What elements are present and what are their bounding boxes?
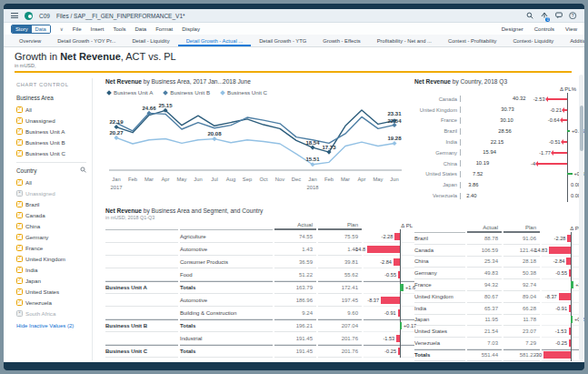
hamburger-menu-icon[interactable] xyxy=(11,13,18,18)
filter-checkbox-item[interactable]: ✓Canada xyxy=(16,209,86,220)
table-row[interactable]: Automotive1.431.40-14.8 xyxy=(105,243,407,256)
toggle-story[interactable]: Story xyxy=(12,25,32,33)
table-right-tile: ActualPlanΔ PLBrazil88.7891.06-2.28Canad… xyxy=(411,207,584,361)
search-icon[interactable] xyxy=(80,167,86,174)
tab-item[interactable]: Detail Growth - YTG xyxy=(251,35,314,46)
filter-checkbox-item[interactable]: ✓Business Unit C xyxy=(16,147,86,158)
menu-item[interactable]: Format xyxy=(155,26,173,32)
table-row[interactable]: Canada106.59121.41-14.83 xyxy=(414,245,584,257)
table-row[interactable]: Totals551.44581.22-30 xyxy=(414,349,584,361)
bar-row[interactable]: United Kingdom30.73-0.21 xyxy=(414,105,584,116)
tab-item[interactable]: Overview xyxy=(11,35,49,46)
tab-item[interactable]: Context - Profitability xyxy=(440,35,504,46)
filter-checkbox-item[interactable]: ✓United States xyxy=(16,286,86,297)
table-row[interactable]: Venezuela7.037.29-0.25 xyxy=(414,338,584,349)
filter-checkbox-item[interactable]: ✓All xyxy=(16,177,86,187)
comments-icon[interactable] xyxy=(554,12,563,20)
chevron-down-icon[interactable]: ∨ xyxy=(60,26,64,32)
tab-item[interactable]: Profitability - Net and ... xyxy=(369,35,440,46)
line-chart[interactable]: 22.1925.1518.5417.7323.3124.6622.5420.27… xyxy=(105,97,407,196)
bar-row[interactable]: Germany15.94-1.77 xyxy=(414,147,584,158)
filter-checkbox-item[interactable]: ✓All xyxy=(16,104,86,115)
filter-checkbox-item[interactable]: ✓United Kingdom xyxy=(16,253,86,264)
table-row[interactable]: Agriculture74.5575.59-2.28 xyxy=(105,230,407,243)
table-row[interactable]: Germany49.8350.38-0.55 xyxy=(414,268,584,279)
menu-item[interactable]: Insert xyxy=(90,26,104,32)
delta-bar xyxy=(571,316,573,323)
bar-row[interactable]: Canada40.32-2.53 xyxy=(414,94,584,105)
legend-item[interactable]: Business Unit B xyxy=(164,89,210,96)
tab-item[interactable]: Detail Growth - YOY Pr... xyxy=(49,35,124,46)
right-action-item[interactable]: Controls xyxy=(534,26,554,32)
table-row[interactable]: Food51.2255.62-0.55 xyxy=(105,268,407,281)
tab-item[interactable]: Addition- DPO xyxy=(562,35,588,46)
table-row[interactable]: Consumer Products36.5939.81-2.84 xyxy=(105,256,407,268)
svg-text:Nov: Nov xyxy=(275,177,284,182)
table-row[interactable]: India65.3766.28-0.91 xyxy=(414,303,584,315)
filter-checkbox-item[interactable]: •Unassigned xyxy=(16,187,86,198)
legend-item[interactable]: Business Unit A xyxy=(107,89,153,96)
tab-item[interactable]: Context- Liquidity xyxy=(504,35,562,46)
filter-checkbox-item[interactable]: ✓Venezuela xyxy=(16,297,86,308)
group-cell: Business Unit C xyxy=(105,345,178,358)
bar-row[interactable]: Venezuela2.400.00 xyxy=(414,190,584,201)
table-row[interactable]: France94.3292.74+2 xyxy=(414,279,584,291)
bar-row[interactable]: Japan3.860.00 xyxy=(414,179,584,190)
table-row[interactable]: Brazil88.7891.06-2.28 xyxy=(414,233,584,245)
bar-row[interactable]: United States7.52+0.65 xyxy=(414,169,584,180)
table-row[interactable]: Business Unit CTotals191.45201.76-0.25 xyxy=(105,345,407,358)
table-row[interactable]: China25.3428.18-2.84 xyxy=(414,257,584,268)
checkbox-icon: ✓ xyxy=(16,201,23,207)
menu-item[interactable]: Tools xyxy=(114,26,126,32)
filter-checkbox-item[interactable]: ✓Business Unit B xyxy=(16,136,86,147)
bar-row[interactable]: France30.10-0.64 xyxy=(414,116,584,126)
tab-item[interactable]: Growth - Effects xyxy=(314,35,368,46)
right-action-item[interactable]: Designer xyxy=(502,26,523,32)
delta-value-label: -0.91 xyxy=(384,310,396,316)
filter-checkbox-item[interactable]: ✓Unassigned xyxy=(16,115,86,126)
table-row[interactable]: Business Unit BTotals196.21207.04+0.17 xyxy=(105,319,407,332)
toggle-data[interactable]: Data xyxy=(32,25,50,33)
legend-item[interactable]: Business Unit C xyxy=(221,89,267,96)
menu-item[interactable]: Data xyxy=(135,26,147,32)
plan-cell: 172.41 xyxy=(318,281,362,294)
filter-checkbox-item[interactable]: ✓France xyxy=(16,242,86,253)
table-row[interactable]: Business Unit ATotals163.79172.41+1.6 xyxy=(105,281,407,294)
hide-inactive-values-link[interactable]: Hide Inactive Values (2) xyxy=(16,323,86,329)
filter-checkbox-item[interactable]: ✓Germany xyxy=(16,231,86,242)
collaboration-icon[interactable]: 0 xyxy=(540,12,548,20)
tab-item[interactable]: Detail Growth - Actual ... xyxy=(178,35,252,46)
bar-category-label: Brazil xyxy=(414,128,460,134)
segment-cell: Food xyxy=(180,268,273,281)
filter-checkbox-item[interactable]: ✓India xyxy=(16,264,86,275)
segment-cell: Automotive xyxy=(180,294,273,307)
sidebar-sections: Business Area✓All✓Unassigned✓Business Un… xyxy=(16,91,86,318)
table-row[interactable]: Japan11.9511.78+0.2 xyxy=(414,315,584,327)
bar-row[interactable]: China10.19-4 xyxy=(414,158,584,169)
table-row[interactable]: Automotive186.96197.45-8.37 xyxy=(105,294,407,307)
table-row[interactable]: Building & Construction9.249.60-0.91 xyxy=(105,307,407,319)
bar-row[interactable]: Brazil28.56+0.25 xyxy=(414,126,584,136)
help-icon[interactable]: ? xyxy=(569,12,577,20)
menu-item[interactable]: File xyxy=(73,26,82,32)
delta-axis xyxy=(571,290,572,303)
table-row[interactable]: United States21.5423.07-1.53 xyxy=(414,326,584,338)
filter-checkbox-item[interactable]: ✓Brazil xyxy=(16,198,86,209)
tab-item[interactable]: Detail - Liquidity xyxy=(124,35,177,46)
filter-checkbox-item[interactable]: ✓China xyxy=(16,220,86,231)
scrollbar-thumb[interactable] xyxy=(580,106,583,151)
search-icon[interactable] xyxy=(525,12,533,20)
right-action-item[interactable]: View xyxy=(565,26,577,32)
vertical-scrollbar[interactable] xyxy=(579,75,583,360)
story-data-toggle[interactable]: Story Data xyxy=(11,25,51,34)
bar-value-label: 30.73 xyxy=(501,106,514,113)
filter-checkbox-item[interactable]: ✓Japan xyxy=(16,275,86,286)
delta-value-label: -2.84 xyxy=(380,259,392,265)
filter-checkbox-item[interactable]: •South Africa xyxy=(16,308,86,318)
table-row[interactable]: Industrial191.45201.76-1.53 xyxy=(105,332,407,345)
svg-text:Jul: Jul xyxy=(211,177,217,182)
menu-item[interactable]: Display xyxy=(182,26,200,32)
filter-checkbox-item[interactable]: ✓Business Unit A xyxy=(16,126,86,136)
bar-row[interactable]: India22.15-0.51 xyxy=(414,136,584,147)
table-row[interactable]: United Kingdom80.6789.04-8.37 xyxy=(414,291,584,303)
